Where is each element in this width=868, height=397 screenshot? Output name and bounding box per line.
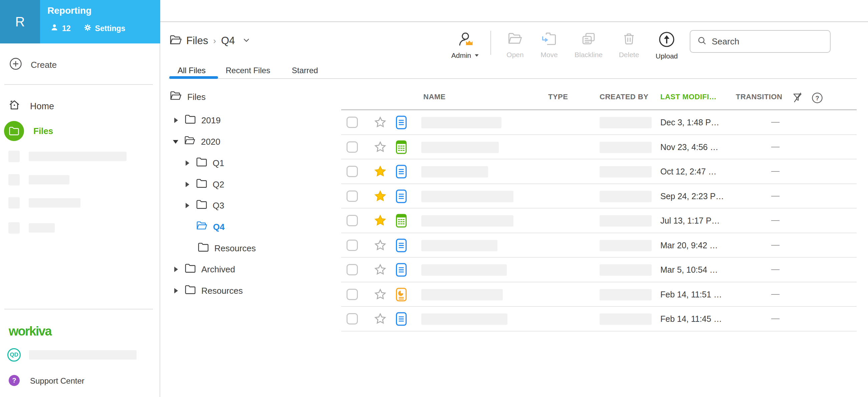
star-icon[interactable] <box>374 263 386 276</box>
row-checkbox[interactable] <box>346 313 358 324</box>
workspace-name[interactable]: Reporting <box>48 5 91 16</box>
search-input[interactable] <box>712 36 812 47</box>
column-header-type[interactable]: TYPE <box>548 92 568 101</box>
tab-starred[interactable]: Starred <box>292 66 318 75</box>
file-name-placeholder[interactable] <box>421 313 507 325</box>
filter-off-icon[interactable] <box>792 92 803 105</box>
table-row[interactable]: Jul 13, 1:17 P… — <box>341 208 857 233</box>
caret-right-icon[interactable] <box>186 161 189 166</box>
help-icon[interactable]: ? <box>812 92 823 105</box>
star-icon[interactable] <box>374 116 386 129</box>
sidebar-divider-bottom <box>4 309 153 309</box>
support-center-link[interactable]: Support Center <box>30 376 85 386</box>
row-checkbox[interactable] <box>346 141 358 153</box>
file-name-placeholder[interactable] <box>421 191 514 202</box>
table-row[interactable]: Mar 5, 10:54 … — <box>341 258 857 282</box>
table-row[interactable]: Sep 24, 2:23 P… — <box>341 184 857 209</box>
caret-right-icon[interactable] <box>186 182 189 187</box>
caret-right-icon[interactable] <box>174 267 178 272</box>
last-modified-value: Oct 12, 2:47 … <box>660 167 716 176</box>
tree-item-2020[interactable]: 2020 <box>173 136 220 148</box>
tree-item-q2[interactable]: Q2 <box>186 178 224 191</box>
member-count[interactable]: 12 <box>62 24 71 33</box>
upload-button[interactable]: Upload <box>648 31 685 60</box>
chevron-down-icon[interactable] <box>243 36 250 45</box>
sidebar-item-files[interactable]: Files <box>4 121 53 141</box>
caret-right-icon[interactable] <box>186 203 189 208</box>
star-filled-icon[interactable] <box>374 165 386 178</box>
column-header-name[interactable]: NAME <box>423 92 446 101</box>
avatar[interactable]: QD <box>7 348 21 362</box>
caret-down-icon[interactable] <box>173 140 178 144</box>
move-button[interactable]: Move <box>531 31 567 59</box>
folder-open-icon <box>170 91 182 103</box>
delete-label: Delete <box>619 51 639 59</box>
move-folder-icon <box>541 31 557 48</box>
file-name-placeholder[interactable] <box>421 240 497 251</box>
folder-icon <box>198 242 209 254</box>
table-row[interactable]: Mar 20, 9:42 … — <box>341 233 857 258</box>
file-name-placeholder[interactable] <box>421 264 507 276</box>
star-icon[interactable] <box>374 312 386 325</box>
table-row[interactable]: Feb 14, 11:45 … — <box>341 307 857 332</box>
row-checkbox[interactable] <box>346 239 358 251</box>
star-icon[interactable] <box>374 239 386 252</box>
column-header-last-modified[interactable]: LAST MODIFI… <box>660 92 717 101</box>
tree-item-q1[interactable]: Q1 <box>186 157 224 169</box>
file-name-placeholder[interactable] <box>421 215 514 227</box>
open-folder-icon <box>507 31 523 48</box>
workspace-tile[interactable]: R <box>0 0 40 44</box>
tree-item-q3[interactable]: Q3 <box>186 199 224 211</box>
tree-item-resources-root[interactable]: Resources <box>174 285 243 297</box>
tab-recent-files[interactable]: Recent Files <box>226 66 270 75</box>
create-button[interactable]: Create <box>9 57 57 73</box>
column-header-created-by[interactable]: CREATED BY <box>599 92 648 101</box>
tree-item-resources[interactable]: Resources <box>198 242 256 254</box>
folder-icon <box>185 114 196 126</box>
tree-item-archived[interactable]: Archived <box>174 263 235 275</box>
delete-button[interactable]: Delete <box>611 31 647 59</box>
row-checkbox[interactable] <box>346 264 358 275</box>
row-checkbox[interactable] <box>346 215 358 226</box>
tree-root-files[interactable]: Files <box>170 91 206 103</box>
star-filled-icon[interactable] <box>374 214 386 227</box>
workspace-subrow: 12 Settings <box>50 23 125 33</box>
row-checkbox[interactable] <box>346 289 358 300</box>
sidebar-item-home[interactable]: Home <box>8 99 54 114</box>
table-row[interactable]: Dec 3, 1:48 P… — <box>341 110 857 135</box>
caret-right-icon[interactable] <box>174 288 178 293</box>
created-by-placeholder <box>599 264 652 276</box>
settings-link[interactable]: Settings <box>95 24 126 33</box>
file-name-placeholder[interactable] <box>421 166 488 177</box>
blackline-button[interactable]: Blackline <box>570 31 607 59</box>
admin-menu-button[interactable]: Admin <box>447 31 484 59</box>
table-row[interactable]: Feb 14, 11:51 … — <box>341 282 857 307</box>
file-name-placeholder[interactable] <box>421 289 503 301</box>
table-row[interactable]: Nov 23, 4:56 … — <box>341 135 857 160</box>
last-modified-value: Dec 3, 1:48 P… <box>660 118 719 127</box>
row-checkbox[interactable] <box>346 166 358 177</box>
content-top-border <box>160 21 868 22</box>
file-name-placeholder[interactable] <box>421 117 501 128</box>
search-box[interactable] <box>690 30 831 53</box>
star-icon[interactable] <box>374 288 386 301</box>
caret-right-icon[interactable] <box>174 118 178 123</box>
breadcrumb-root[interactable]: Files <box>186 35 208 47</box>
row-checkbox[interactable] <box>346 117 358 128</box>
admin-label: Admin <box>452 52 471 59</box>
open-button[interactable]: Open <box>497 31 533 59</box>
file-name-placeholder[interactable] <box>421 142 499 153</box>
tree-item-q4-selected[interactable]: Q4 <box>196 221 225 233</box>
star-icon[interactable] <box>374 141 386 153</box>
breadcrumb-current[interactable]: Q4 <box>221 35 235 47</box>
table-row[interactable]: Oct 12, 2:47 … — <box>341 160 857 184</box>
tab-all-files[interactable]: All Files <box>178 66 206 75</box>
active-tab-underline <box>169 76 218 79</box>
workiva-logo: workiva <box>9 324 52 339</box>
search-icon <box>697 36 707 47</box>
star-filled-icon[interactable] <box>374 190 386 202</box>
column-header-transition[interactable]: TRANSITION <box>736 92 782 101</box>
app-window: R Reporting 12 Settings Create <box>0 0 868 397</box>
tree-item-2019[interactable]: 2019 <box>174 114 221 126</box>
row-checkbox[interactable] <box>346 191 358 202</box>
